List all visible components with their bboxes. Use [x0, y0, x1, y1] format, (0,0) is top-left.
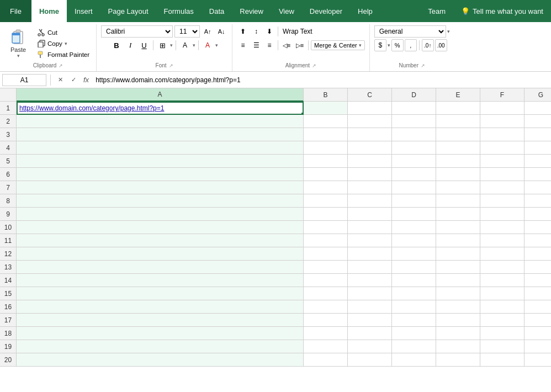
cell-f15[interactable]: [480, 287, 524, 300]
cell-a12[interactable]: [17, 247, 304, 261]
cell-e2[interactable]: [436, 115, 480, 128]
currency-btn[interactable]: $: [374, 39, 386, 51]
cell-a6[interactable]: [17, 168, 304, 181]
cell-a3[interactable]: [17, 128, 304, 141]
row-number-13[interactable]: 13: [0, 261, 17, 274]
cell-g1[interactable]: [524, 102, 551, 115]
align-center-btn[interactable]: ☰: [250, 39, 262, 51]
row-number-16[interactable]: 16: [0, 300, 17, 314]
menu-tab-team[interactable]: Team: [420, 7, 453, 15]
cell-f20[interactable]: [480, 353, 524, 367]
cell-c16[interactable]: [348, 300, 392, 314]
cell-a18[interactable]: [17, 327, 304, 340]
cell-b9[interactable]: [304, 208, 348, 221]
menu-tab-page-layout[interactable]: Page Layout: [100, 0, 156, 22]
cell-g13[interactable]: [524, 261, 551, 274]
align-right-btn[interactable]: ≡: [263, 39, 276, 51]
cell-d17[interactable]: [392, 314, 436, 327]
currency-dropdown-icon[interactable]: ▾: [388, 43, 390, 48]
cell-e4[interactable]: [436, 141, 480, 155]
cell-b19[interactable]: [304, 340, 348, 353]
cell-b8[interactable]: [304, 194, 348, 208]
menu-file[interactable]: File: [0, 0, 31, 22]
cell-g14[interactable]: [524, 274, 551, 287]
wrap-text-btn[interactable]: Wrap Text: [280, 25, 315, 38]
cell-e10[interactable]: [436, 221, 480, 234]
menu-tab-insert[interactable]: Insert: [67, 0, 100, 22]
cell-c4[interactable]: [348, 141, 392, 155]
number-expand-icon[interactable]: ↗: [421, 63, 425, 68]
cell-e15[interactable]: [436, 287, 480, 300]
cell-e8[interactable]: [436, 194, 480, 208]
cell-d14[interactable]: [392, 274, 436, 287]
cell-b5[interactable]: [304, 155, 348, 168]
cell-f18[interactable]: [480, 327, 524, 340]
copy-dropdown-icon[interactable]: ▾: [65, 41, 67, 46]
cell-e14[interactable]: [436, 274, 480, 287]
cell-f14[interactable]: [480, 274, 524, 287]
align-bottom-btn[interactable]: ⬇: [263, 25, 276, 38]
clipboard-expand-icon[interactable]: ↗: [59, 63, 63, 68]
alignment-expand-icon[interactable]: ↗: [312, 63, 316, 68]
cell-g20[interactable]: [524, 353, 551, 367]
cell-e20[interactable]: [436, 353, 480, 367]
menu-tab-home[interactable]: Home: [31, 0, 67, 22]
merge-center-btn[interactable]: Merge & Center ▾: [311, 40, 365, 50]
comma-btn[interactable]: ,: [405, 39, 417, 51]
cell-f12[interactable]: [480, 247, 524, 261]
cell-d10[interactable]: [392, 221, 436, 234]
cell-g6[interactable]: [524, 168, 551, 181]
increase-decimal-btn[interactable]: .0↑: [422, 39, 434, 51]
row-number-15[interactable]: 15: [0, 287, 17, 300]
col-header-e[interactable]: E: [436, 88, 480, 102]
menu-tab-developer[interactable]: Developer: [302, 0, 350, 22]
cell-a20[interactable]: [17, 353, 304, 367]
cell-b18[interactable]: [304, 327, 348, 340]
cell-a8[interactable]: [17, 194, 304, 208]
cell-b20[interactable]: [304, 353, 348, 367]
cell-f8[interactable]: [480, 194, 524, 208]
underline-button[interactable]: U: [138, 39, 150, 51]
tell-me-input[interactable]: 💡 Tell me what you want: [453, 7, 551, 15]
cell-g8[interactable]: [524, 194, 551, 208]
cell-e1[interactable]: [436, 102, 480, 115]
increase-indent-btn[interactable]: ▷≡: [294, 39, 306, 51]
fill-handle[interactable]: [301, 113, 304, 115]
border-btn[interactable]: ⊞: [156, 39, 168, 51]
copy-button[interactable]: Copy ▾: [35, 39, 92, 49]
cell-a10[interactable]: [17, 221, 304, 234]
formula-input[interactable]: [93, 76, 549, 84]
cell-a14[interactable]: [17, 274, 304, 287]
cell-g9[interactable]: [524, 208, 551, 221]
cell-b4[interactable]: [304, 141, 348, 155]
row-number-2[interactable]: 2: [0, 115, 17, 128]
percent-btn[interactable]: %: [391, 39, 404, 51]
menu-tab-formulas[interactable]: Formulas: [156, 0, 202, 22]
cell-g15[interactable]: [524, 287, 551, 300]
cell-e6[interactable]: [436, 168, 480, 181]
row-number-3[interactable]: 3: [0, 128, 17, 141]
cell-c17[interactable]: [348, 314, 392, 327]
cell-c5[interactable]: [348, 155, 392, 168]
cell-f9[interactable]: [480, 208, 524, 221]
cell-d1[interactable]: [392, 102, 436, 115]
cell-c14[interactable]: [348, 274, 392, 287]
italic-button[interactable]: I: [124, 39, 136, 51]
cell-c10[interactable]: [348, 221, 392, 234]
row-number-9[interactable]: 9: [0, 208, 17, 221]
cell-b16[interactable]: [304, 300, 348, 314]
menu-tab-help[interactable]: Help: [350, 0, 380, 22]
cell-g12[interactable]: [524, 247, 551, 261]
border-dropdown-icon[interactable]: ▾: [170, 43, 173, 48]
cell-d19[interactable]: [392, 340, 436, 353]
cell-d16[interactable]: [392, 300, 436, 314]
col-header-a[interactable]: A: [17, 88, 304, 102]
cell-d7[interactable]: [392, 181, 436, 194]
format-painter-button[interactable]: Format Painter: [35, 50, 92, 60]
cell-b14[interactable]: [304, 274, 348, 287]
cell-c12[interactable]: [348, 247, 392, 261]
cell-a15[interactable]: [17, 287, 304, 300]
row-number-8[interactable]: 8: [0, 194, 17, 208]
cell-g2[interactable]: [524, 115, 551, 128]
number-format-dropdown-icon[interactable]: ▾: [447, 29, 450, 34]
